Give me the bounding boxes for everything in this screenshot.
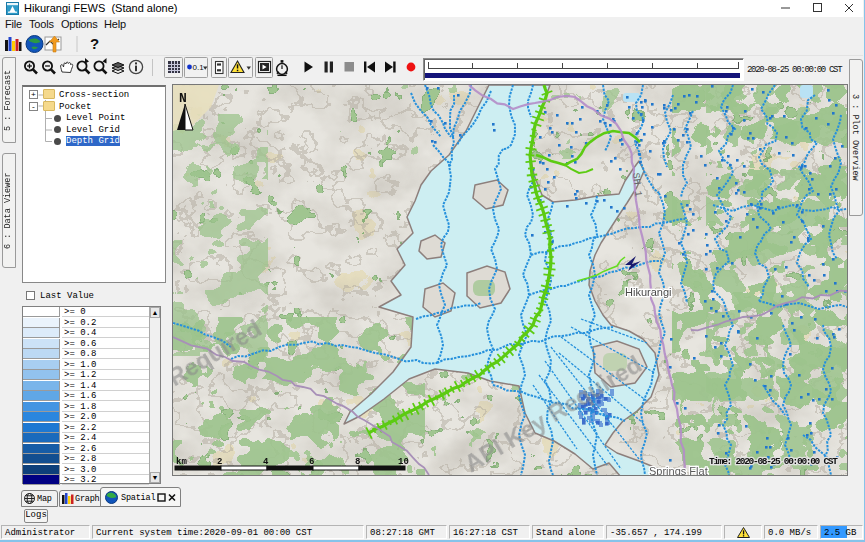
svg-text:0.1: 0.1 <box>193 63 205 72</box>
svg-text:Springs Flat: Springs Flat <box>649 465 708 475</box>
svg-text:Time: 2020-08-25 00:00:00 CST: Time: 2020-08-25 00:00:00 CST <box>709 456 838 467</box>
svg-text:N: N <box>179 91 187 106</box>
svg-text:Hikurangi: Hikurangi <box>625 286 671 298</box>
svg-text:?: ? <box>90 35 99 52</box>
